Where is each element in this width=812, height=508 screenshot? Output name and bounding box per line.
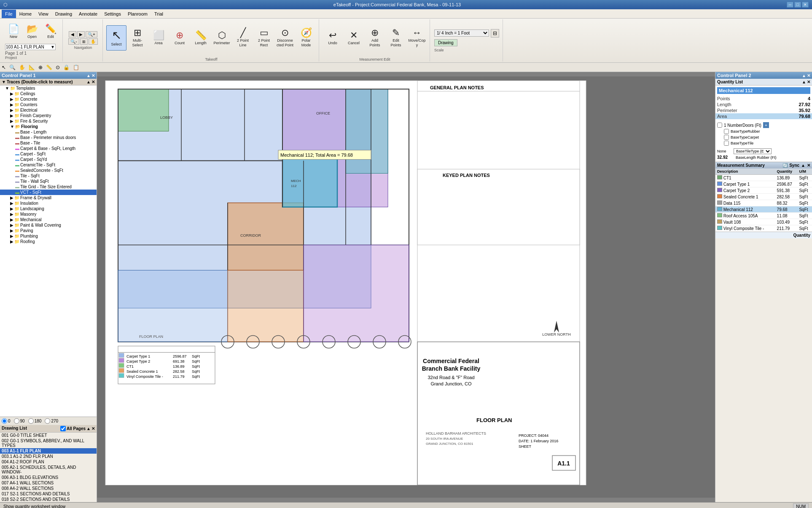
qty-list-up-icon[interactable]: ▲ [802,80,806,84]
rotation-180-radio[interactable] [28,418,34,424]
nav-pan-button[interactable]: ✋ [89,38,98,45]
scale-tool-button[interactable]: ⊟ [491,29,499,37]
right-panel-close-icon[interactable]: ✕ [807,73,810,78]
meas-row-data115[interactable]: Data 115 88.32 SqFt [715,200,812,206]
nav-back-button[interactable]: ◀ [69,31,76,37]
menu-home[interactable]: Home [16,10,35,18]
tree-item-finish-carpentry[interactable]: ▶ 📁 Finish Carpentry [0,113,97,118]
subtoolbar-icon-1[interactable]: ↖ [2,64,6,70]
drawing-item-008[interactable]: 008 A4-2 WALL SECTIONS [0,486,97,491]
tree-item-sealed-concrete[interactable]: ▬ SealedConcrete - SqFt [0,168,97,173]
right-panel-minimize-icon[interactable]: ▲ [802,73,806,78]
qty-row-area[interactable]: Area 79.68 [715,113,812,119]
base-tile-type-select[interactable]: BaseTileType (Ea) [734,148,772,154]
polar-mode-button[interactable]: 🧭 Polar Mode [296,25,316,51]
tree-item-landscaping[interactable]: ▶ 📁 Landscaping [0,206,97,211]
subtoolbar-icon-3[interactable]: ✋ [19,64,25,70]
new-button[interactable]: 📄 New [5,21,22,42]
tree-item-paving[interactable]: ▶ 📁 Paving [0,228,97,233]
tree-item-tile-sqft[interactable]: ▬ Tile - SqFt [0,173,97,179]
menu-planroom[interactable]: Planroom [124,10,151,18]
drawing-item-005[interactable]: 005 A2-1 SCHEDULES, DETAILS, AND WINDOW- [0,465,97,475]
drawing-item-003-1[interactable]: 003.1 A1-2 2ND FLR PLAN [0,454,97,459]
subtoolbar-icon-2[interactable]: 🔍 [9,64,16,70]
meas-row-sealed[interactable]: Sealed Concrete 1 282.58 SqFt [715,194,812,200]
traces-close-icon[interactable]: ✕ [91,80,95,84]
number-doors-add-btn[interactable]: + [763,122,769,128]
minimize-button[interactable]: ─ [787,2,793,8]
nav-zoom-out-button[interactable]: 🔍- [68,38,79,45]
tree-item-counters[interactable]: ▶ 📁 Counters [0,102,97,107]
all-pages-checkbox[interactable] [60,426,66,431]
tree-item-roofing[interactable]: ▶ 📁 Roofing [0,239,97,244]
tree-item-vct-sqft[interactable]: ▬ VCT - SqFt [0,190,97,195]
multi-select-button[interactable]: ⊞ Multi-Select [127,25,148,51]
tree-item-flooring[interactable]: ▼ 📂 Flooring [0,124,97,129]
qty-list-close-icon[interactable]: ✕ [807,80,810,84]
tree-item-base-length[interactable]: ▬ Base - Length [0,129,97,135]
nav-zoom-in-button[interactable]: 🔍+ [86,31,97,37]
open-button[interactable]: 📂 Open [24,21,40,42]
meas-row-ct1[interactable]: CT1 136.89 SqFt [715,175,812,181]
cancel-button[interactable]: ✕ Cancel [344,25,364,51]
tree-item-insulation[interactable]: ▶ 📁 Insulation [0,201,97,206]
tree-item-fire-security[interactable]: ▶ 📁 Fire & Security [0,118,97,124]
tree-item-paint-wall[interactable]: ▶ 📁 Paint & Wall Covering [0,222,97,228]
add-points-button[interactable]: ⊕ Add Points [365,25,385,51]
tree-item-electrical[interactable]: ▶ 📁 Electrical [0,107,97,113]
left-panel-minimize-icon[interactable]: ▲ [86,73,91,78]
subtoolbar-icon-5[interactable]: ⊕ [38,64,43,70]
menu-trial[interactable]: Trial [151,10,167,18]
tree-item-tile-wall[interactable]: ▬ Tile - Wall SqFt [0,179,97,184]
drawing-list-up-icon[interactable]: ▲ [86,426,91,431]
meas-row-carpet2[interactable]: Carpet Type 2 591.38 SqFt [715,187,812,194]
number-doors-checkbox[interactable] [717,123,722,128]
two-point-rect-button[interactable]: ▭ 2 Point Rect [254,25,274,51]
subtoolbar-icon-8[interactable]: 🔒 [63,64,70,70]
disconnected-point-button[interactable]: ⊙ Disconnected Point [275,25,295,51]
rotation-0-radio[interactable] [2,418,7,424]
tree-item-base-tile[interactable]: ▬ Base - Tile [0,140,97,146]
qty-row-perimeter[interactable]: Perimeter 35.92 [715,107,812,113]
maximize-button[interactable]: □ [794,2,801,8]
meas-row-roof105a[interactable]: Roof Access 105A 11.08 SqFt [715,213,812,219]
tree-item-carpet-sqft[interactable]: ▬ Carpet - SqFt [0,151,97,157]
nav-forward-button[interactable]: ▶ [77,31,85,37]
meas-up-icon[interactable]: ▲ [801,163,805,168]
base-carpet-checkbox[interactable] [724,135,729,140]
tree-item-carpet-sqyd[interactable]: ▬ Carpet - SqYd [0,157,97,162]
base-rubber-checkbox[interactable] [724,129,729,134]
rotation-270-radio[interactable] [45,418,50,424]
drawing-item-017[interactable]: 017 S2-1 SECTIONS AND DETAILS [0,491,97,497]
two-point-line-button[interactable]: ╱ 2 Point Line [233,25,253,51]
select-button[interactable]: ↖ Select [106,25,126,51]
meas-row-vinyl[interactable]: Vinyl Composite Tile - 211.79 SqFt [715,225,812,232]
nav-fit-button[interactable]: ⊞ [80,38,88,45]
drawing-item-002[interactable]: 002 G0-1 SYMBOLS, ABBREV., AND WALL TYPE… [0,438,97,448]
count-button[interactable]: ⊕ Count [169,25,190,51]
tree-item-plumbing[interactable]: ▶ 📁 Plumbing [0,233,97,239]
subtoolbar-icon-4[interactable]: 📐 [29,64,35,70]
tree-item-carpet-base[interactable]: ▬ Carpet & Base - SqFt, Length [0,146,97,151]
drawing-item-004[interactable]: 004 A1-2 ROOF PLAN [0,459,97,465]
traces-expand-icon[interactable]: ▲ [86,80,91,84]
tree-item-ceramic-tile[interactable]: ▬ CeramicTile - SqFt [0,162,97,168]
meas-close-icon[interactable]: ✕ [807,163,810,168]
qty-row-points[interactable]: Points 4 [715,96,812,102]
subtoolbar-icon-7[interactable]: ⊙ [56,64,60,70]
subtoolbar-icon-9[interactable]: 📋 [73,64,79,70]
canvas-area[interactable]: Mechanical 112; Total Area = 79.68 FLOOR… [97,72,715,502]
scale-dropdown[interactable]: 1/ 4 Inch = 1 Foot [434,29,489,37]
tree-item-frame-drywall[interactable]: ▶ 📁 Frame & Drywall [0,195,97,201]
drawing-item-007[interactable]: 007 A4-1 WALL SECTIONS [0,480,97,486]
perimeter-button[interactable]: ⬡ Perimeter [212,25,232,51]
move-copy-button[interactable]: ↔ Move/Copy [407,25,427,51]
drawing-list-close-icon[interactable]: ✕ [91,426,95,431]
rotation-90-radio[interactable] [14,418,19,424]
tree-item-ceilings[interactable]: ▶ 📁 Ceilings [0,91,97,96]
drawing-item-018[interactable]: 018 S2-2 SECTIONS AND DETAILS [0,497,97,502]
menu-view[interactable]: View [35,10,52,18]
area-button[interactable]: ⬜ Area [148,25,169,51]
drawing-item-001[interactable]: 001 G0-0 TITLE SHEET [0,433,97,438]
base-tile-cb[interactable] [724,141,729,146]
